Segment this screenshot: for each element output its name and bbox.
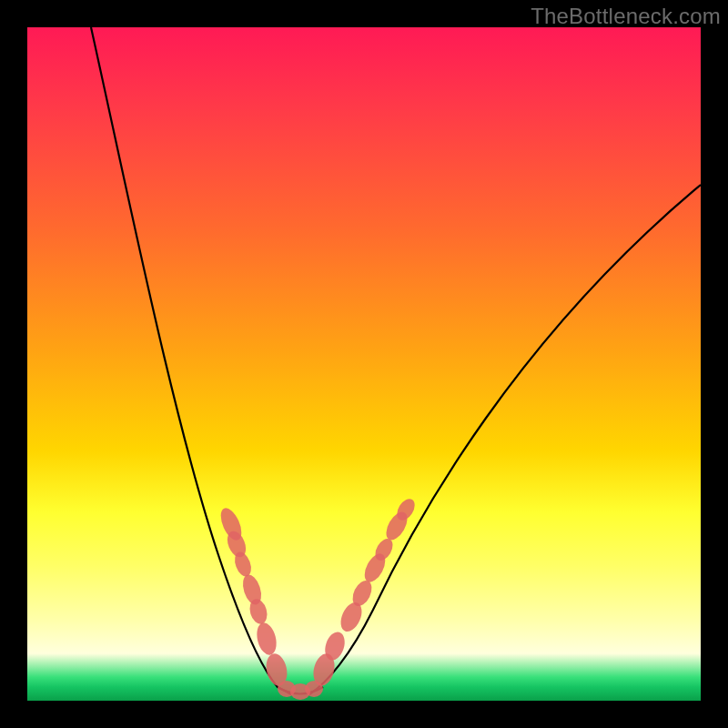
chart-stage: TheBottleneck.com (0, 0, 728, 728)
bead-bottom-2 (305, 681, 323, 697)
watermark-text: TheBottleneck.com (531, 4, 721, 29)
bead-left-5 (254, 621, 279, 657)
plot-area (27, 27, 701, 701)
bead-group (217, 496, 419, 700)
chart-svg (27, 27, 701, 701)
curve-right (309, 185, 701, 694)
